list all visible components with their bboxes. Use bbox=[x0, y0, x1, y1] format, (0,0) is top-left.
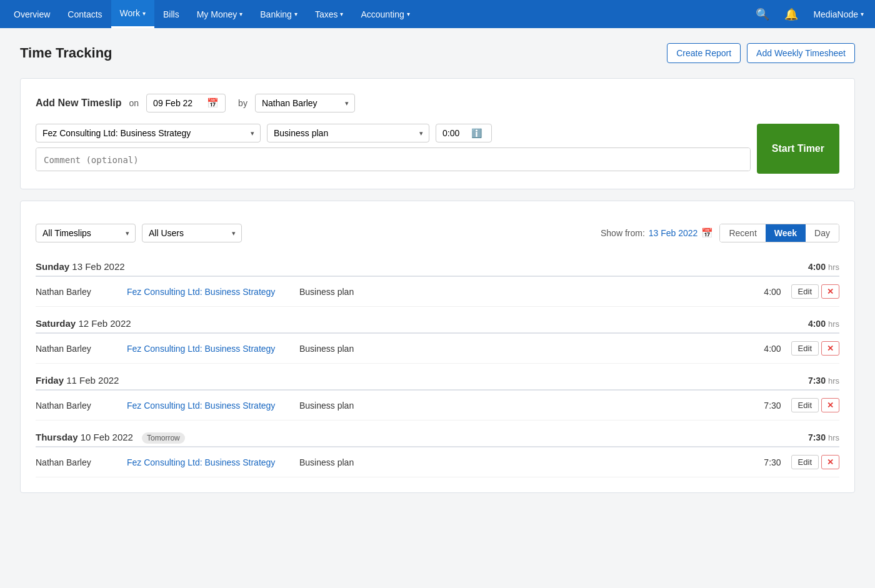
timeslip-on-label: on bbox=[129, 98, 139, 108]
day-total: 7:30hrs bbox=[808, 432, 839, 442]
filters-row: All Timeslips ▾ All Users ▾ Show from: 1… bbox=[36, 216, 839, 250]
entry-client[interactable]: Fez Consulting Ltd: Business Strategy bbox=[127, 401, 289, 411]
day-total-label: hrs bbox=[828, 433, 839, 442]
nav-banking[interactable]: Banking ▾ bbox=[251, 0, 306, 28]
entry-actions: Edit ✕ bbox=[791, 455, 839, 469]
delete-button[interactable]: ✕ bbox=[821, 398, 839, 412]
date-picker[interactable]: 📅 bbox=[146, 94, 226, 112]
edit-button[interactable]: Edit bbox=[791, 284, 819, 299]
day-header: Thursday 10 Feb 2022 Tomorrow7:30hrs bbox=[36, 421, 839, 447]
brand-menu[interactable]: MediaNode ▾ bbox=[807, 9, 870, 19]
show-from-calendar-button[interactable]: 📅 bbox=[701, 227, 713, 239]
day-section: Saturday 12 Feb 20224:00hrs Nathan Barle… bbox=[36, 307, 839, 364]
entry-user: Nathan Barley bbox=[36, 457, 117, 467]
nav-bills[interactable]: Bills bbox=[154, 0, 188, 28]
show-from-date: 13 Feb 2022 bbox=[649, 228, 698, 238]
add-timeslip-card: Add New Timeslip on 📅 by Nathan Barley ▾ bbox=[20, 78, 855, 189]
timeslip-fields-row: Fez Consulting Ltd: Business Strategy ▾ … bbox=[36, 124, 839, 174]
nav-right: 🔍 🔔 MediaNode ▾ bbox=[749, 0, 870, 28]
nav-accounting-chevron: ▾ bbox=[407, 11, 410, 17]
entry-task: Business plan bbox=[299, 287, 734, 297]
time-input-wrap[interactable]: ℹ️ bbox=[436, 124, 492, 142]
delete-button[interactable]: ✕ bbox=[821, 455, 839, 469]
users-filter-wrapper: All Users ▾ bbox=[142, 224, 242, 242]
day-tab[interactable]: Day bbox=[806, 224, 839, 242]
edit-button[interactable]: Edit bbox=[791, 341, 819, 356]
timeslip-fields-top: Fez Consulting Ltd: Business Strategy ▾ … bbox=[36, 124, 751, 142]
client-select[interactable]: Fez Consulting Ltd: Business Strategy bbox=[36, 124, 261, 142]
day-total-label: hrs bbox=[828, 319, 839, 329]
day-badge: Tomorrow bbox=[142, 432, 185, 444]
day-total-num: 4:00 bbox=[808, 319, 826, 329]
entry-task: Business plan bbox=[299, 457, 734, 467]
nav-taxes-label: Taxes bbox=[315, 9, 338, 19]
recent-tab[interactable]: Recent bbox=[720, 224, 765, 242]
nav-overview[interactable]: Overview bbox=[5, 0, 59, 28]
task-select[interactable]: Business plan bbox=[267, 124, 429, 142]
entry-client[interactable]: Fez Consulting Ltd: Business Strategy bbox=[127, 344, 289, 354]
show-from-label: Show from: bbox=[601, 228, 645, 238]
main-nav: Overview Contacts Work ▾ Bills My Money … bbox=[0, 0, 875, 28]
edit-button[interactable]: Edit bbox=[791, 398, 819, 412]
notifications-button[interactable]: 🔔 bbox=[778, 0, 804, 28]
start-timer-button[interactable]: Start Timer bbox=[757, 124, 839, 174]
page-title: Time Tracking bbox=[20, 45, 112, 61]
brand-chevron: ▾ bbox=[861, 11, 864, 17]
delete-button[interactable]: ✕ bbox=[821, 341, 839, 356]
view-tabs: Recent Week Day bbox=[719, 224, 839, 242]
nav-accounting[interactable]: Accounting ▾ bbox=[352, 0, 418, 28]
entry-hours: 4:00 bbox=[744, 344, 781, 354]
entry-client[interactable]: Fez Consulting Ltd: Business Strategy bbox=[127, 457, 289, 467]
date-input-field[interactable] bbox=[153, 98, 203, 108]
day-section: Thursday 10 Feb 2022 Tomorrow7:30hrs Nat… bbox=[36, 421, 839, 477]
nav-mymoney-chevron: ▾ bbox=[239, 11, 242, 17]
search-button[interactable]: 🔍 bbox=[749, 0, 776, 28]
users-filter-select[interactable]: All Users bbox=[142, 224, 242, 242]
create-report-button[interactable]: Create Report bbox=[667, 43, 741, 63]
timeslip-by-label: by bbox=[238, 98, 248, 108]
entry-hours: 4:00 bbox=[744, 287, 781, 297]
task-select-wrapper: Business plan ▾ bbox=[267, 124, 429, 142]
nav-mymoney[interactable]: My Money ▾ bbox=[188, 0, 252, 28]
day-header: Saturday 12 Feb 20224:00hrs bbox=[36, 307, 839, 334]
time-input[interactable] bbox=[442, 128, 468, 138]
nav-banking-label: Banking bbox=[260, 9, 292, 19]
day-header: Friday 11 Feb 20227:30hrs bbox=[36, 364, 839, 391]
nav-work[interactable]: Work ▾ bbox=[111, 0, 154, 28]
day-header: Sunday 13 Feb 20224:00hrs bbox=[36, 250, 839, 277]
nav-banking-chevron: ▾ bbox=[294, 11, 298, 17]
timeslip-filter-select[interactable]: All Timeslips bbox=[36, 224, 136, 242]
time-list: Sunday 13 Feb 20224:00hrs Nathan Barley … bbox=[36, 250, 839, 477]
day-section: Friday 11 Feb 20227:30hrs Nathan Barley … bbox=[36, 364, 839, 421]
week-tab[interactable]: Week bbox=[766, 224, 806, 242]
page-content: Time Tracking Create Report Add Weekly T… bbox=[0, 28, 875, 519]
add-weekly-timesheet-button[interactable]: Add Weekly Timesheet bbox=[747, 43, 855, 63]
filters-right: Show from: 13 Feb 2022 📅 Recent Week Day bbox=[601, 224, 839, 242]
table-row: Nathan Barley Fez Consulting Ltd: Busine… bbox=[36, 447, 839, 477]
comment-input[interactable] bbox=[36, 147, 751, 171]
day-title: Thursday 10 Feb 2022 Tomorrow bbox=[36, 432, 185, 442]
entry-task: Business plan bbox=[299, 401, 734, 411]
nav-bills-label: Bills bbox=[163, 9, 179, 19]
nav-overview-label: Overview bbox=[14, 9, 50, 19]
timeslip-title: Add New Timeslip bbox=[36, 97, 122, 109]
nav-contacts[interactable]: Contacts bbox=[59, 0, 111, 28]
entry-user: Nathan Barley bbox=[36, 287, 117, 297]
delete-button[interactable]: ✕ bbox=[821, 284, 839, 299]
bell-icon: 🔔 bbox=[784, 7, 798, 21]
user-select[interactable]: Nathan Barley bbox=[255, 94, 355, 112]
filters-card: All Timeslips ▾ All Users ▾ Show from: 1… bbox=[20, 201, 855, 493]
entry-user: Nathan Barley bbox=[36, 401, 117, 411]
search-icon: 🔍 bbox=[756, 7, 769, 21]
edit-button[interactable]: Edit bbox=[791, 455, 819, 469]
day-total-num: 7:30 bbox=[808, 432, 826, 442]
nav-contacts-label: Contacts bbox=[68, 9, 102, 19]
entry-client[interactable]: Fez Consulting Ltd: Business Strategy bbox=[127, 287, 289, 297]
calendar-icon-filter: 📅 bbox=[701, 227, 713, 238]
entry-actions: Edit ✕ bbox=[791, 341, 839, 356]
brand-label: MediaNode bbox=[813, 9, 858, 19]
day-title: Sunday 13 Feb 2022 bbox=[36, 261, 125, 272]
day-total-label: hrs bbox=[828, 376, 839, 386]
nav-taxes[interactable]: Taxes ▾ bbox=[306, 0, 352, 28]
nav-mymoney-label: My Money bbox=[197, 9, 238, 19]
